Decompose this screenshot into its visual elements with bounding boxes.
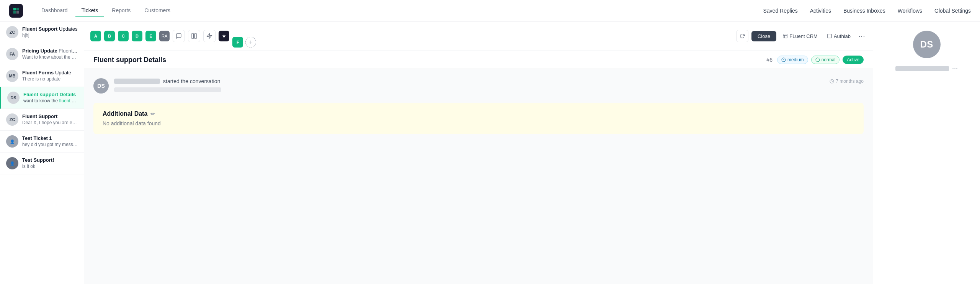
priority-label: medium [787, 57, 804, 62]
sidebar-item-zc2[interactable]: ZC Fluent Support Dear X, I hope you are… [0, 109, 84, 131]
nav-reports[interactable]: Reports [106, 4, 137, 17]
avatar-zc1: ZC [6, 26, 18, 38]
badge-star[interactable]: ★ [219, 31, 229, 41]
sidebar-sub-zc2: Dear X, I hope you are enjo... [22, 120, 78, 125]
sidebar-sub-ts1: is it ok [22, 164, 78, 169]
sidebar: ZC Fluent Support Updates hjhj FA Pricin… [0, 21, 84, 284]
sidebar-item-zc1[interactable]: ZC Fluent Support Updates hjhj [0, 21, 84, 43]
priority-badge: medium [777, 56, 808, 64]
no-additional-data-text: No additional data found [103, 120, 854, 126]
sidebar-sub-mb1: There is no update [22, 76, 78, 82]
badge-RA[interactable]: RA [159, 31, 170, 41]
avatar-fa1: FA [6, 48, 18, 60]
sidebar-title-fa1: Pricing Update Fluent Sup [22, 48, 78, 54]
message-time: 7 months ago [830, 79, 864, 84]
right-panel-avatar: DS [913, 31, 941, 58]
urgency-badge: normal [811, 56, 840, 64]
message-content: started the conversation 7 months ago [114, 78, 864, 94]
svg-rect-2 [13, 11, 16, 13]
ticket-toolbar: A B C D E RA ★ F + [84, 21, 873, 51]
crm-link[interactable]: FLuent CRM [779, 32, 821, 41]
edit-additional-data-icon[interactable]: ✏ [150, 111, 155, 117]
badge-A[interactable]: A [90, 31, 101, 41]
refresh-button[interactable] [736, 30, 748, 42]
sidebar-title-tt1: Test Ticket 1 [22, 135, 78, 141]
sidebar-sub-zc1: hjhj [22, 33, 78, 38]
nav-business-inboxes[interactable]: Business Inboxes [843, 8, 885, 14]
nav-workflows[interactable]: Workflows [898, 8, 922, 14]
svg-rect-4 [192, 34, 194, 38]
sender-name-blurred [114, 79, 160, 84]
crm-label: FLuent CRM [789, 33, 818, 39]
svg-rect-7 [783, 34, 787, 38]
badge-B[interactable]: B [104, 31, 115, 41]
avatar-ts1: 👤 [6, 157, 18, 169]
columns-icon-btn[interactable] [188, 30, 200, 42]
additional-data-section: Additional Data ✏ No additional data fou… [93, 103, 864, 134]
sidebar-item-mb1[interactable]: MB Fluent Forms Update There is no updat… [0, 65, 84, 87]
additional-data-title: Additional Data ✏ [103, 110, 854, 117]
sidebar-sub-ds1: want to know the fluent su... [23, 98, 78, 103]
sidebar-sub-fa1: Want to know about the pri... [22, 54, 78, 60]
add-tab-button[interactable]: + [245, 37, 256, 48]
message-block: DS started the conversation 7 months ago [93, 78, 864, 94]
right-panel-more-button[interactable]: ··· [952, 64, 958, 72]
nav-global-settings[interactable]: Global Settings [934, 8, 971, 14]
right-panel: DS ··· [873, 21, 980, 284]
authlab-link[interactable]: Authlab [824, 32, 854, 41]
sidebar-item-fa1[interactable]: FA Pricing Update Fluent Sup Want to kno… [0, 43, 84, 65]
badge-F[interactable]: F [232, 37, 243, 48]
badge-D[interactable]: D [132, 31, 142, 41]
svg-point-10 [816, 58, 820, 62]
sidebar-item-ds1[interactable]: DS Fluent support Details want to know t… [0, 87, 84, 109]
sidebar-title-zc2: Fluent Support [22, 113, 78, 119]
sidebar-title-ds1: Fluent support Details [23, 92, 78, 97]
ticket-number: #6 [766, 57, 773, 63]
close-button[interactable]: Close [751, 31, 776, 41]
svg-rect-3 [16, 11, 19, 13]
sidebar-item-ts1[interactable]: 👤 Test Support! is it ok [0, 153, 84, 174]
svg-marker-6 [207, 33, 212, 38]
nav-activities[interactable]: Activities [810, 8, 831, 14]
message-avatar: DS [93, 78, 109, 94]
nav-links: Dashboard Tickets Reports Customers [35, 4, 763, 17]
sidebar-title-mb1: Fluent Forms Update [22, 70, 78, 76]
sidebar-sub-tt1: hey did you got my messa... [22, 142, 78, 147]
svg-rect-1 [16, 8, 19, 10]
message-icon-btn[interactable] [173, 30, 185, 42]
right-panel-name-blurred [895, 66, 949, 71]
avatar-ds1: DS [7, 92, 20, 104]
status-label: Active [847, 57, 859, 62]
lightning-icon-btn[interactable] [203, 30, 216, 42]
ticket-body: DS started the conversation 7 months ago [84, 69, 873, 284]
content-area: A B C D E RA ★ F + [84, 21, 873, 284]
ticket-header: Fluent support Details #6 medium normal … [84, 51, 873, 69]
nav-saved-replies[interactable]: Saved Replies [763, 8, 797, 14]
authlab-label: Authlab [834, 33, 851, 39]
nav-customers[interactable]: Customers [138, 4, 176, 17]
ticket-meta: #6 medium normal Active [766, 56, 864, 64]
message-action: started the conversation [163, 78, 220, 84]
sidebar-item-tt1[interactable]: 👤 Test Ticket 1 hey did you got my messa… [0, 131, 84, 153]
status-badge: Active [843, 56, 864, 64]
more-options-button[interactable]: ⋯ [857, 32, 867, 40]
main-layout: ZC Fluent Support Updates hjhj FA Pricin… [0, 21, 980, 284]
badge-E[interactable]: E [145, 31, 156, 41]
nav-dashboard[interactable]: Dashboard [35, 4, 74, 17]
avatar-mb1: MB [6, 70, 18, 82]
svg-rect-0 [13, 8, 16, 10]
sidebar-title-ts1: Test Support! [22, 157, 78, 163]
nav-tickets[interactable]: Tickets [75, 4, 105, 17]
ticket-title: Fluent support Details [93, 56, 166, 64]
message-body-blurred [114, 87, 221, 92]
sidebar-title-zc1: Fluent Support Updates [22, 26, 78, 32]
urgency-label: normal [822, 57, 836, 62]
svg-rect-5 [195, 34, 197, 38]
badge-C[interactable]: C [118, 31, 129, 41]
avatar-zc2: ZC [6, 113, 18, 126]
avatar-tt1: 👤 [6, 135, 18, 148]
svg-rect-8 [828, 34, 832, 38]
nav-right: Saved Replies Activities Business Inboxe… [763, 8, 971, 14]
logo[interactable] [9, 4, 23, 18]
top-nav: Dashboard Tickets Reports Customers Save… [0, 0, 980, 21]
